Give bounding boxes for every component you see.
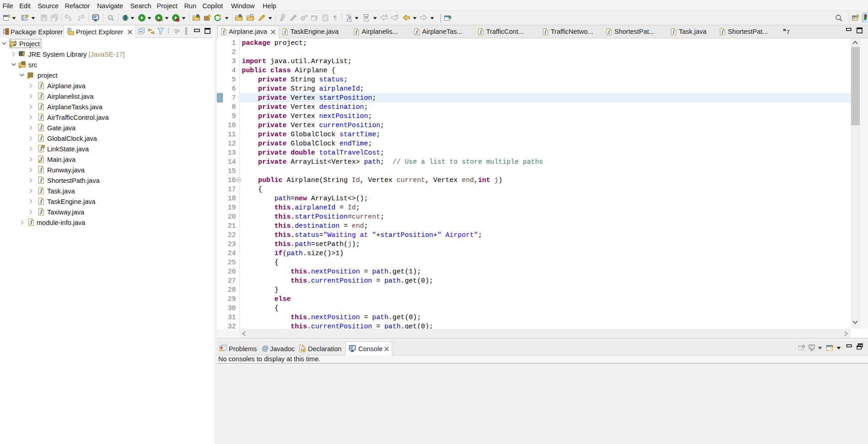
svg-text:J: J bbox=[39, 136, 42, 141]
svg-text:J: J bbox=[39, 209, 42, 215]
svg-text:J: J bbox=[39, 125, 42, 131]
svg-text:J: J bbox=[39, 167, 42, 173]
svg-text:J: J bbox=[39, 83, 42, 89]
svg-text:@: @ bbox=[262, 345, 269, 352]
svg-text:J: J bbox=[608, 30, 610, 35]
svg-text:J: J bbox=[544, 30, 546, 35]
svg-text:J: J bbox=[284, 30, 286, 35]
svg-text:J: J bbox=[222, 30, 225, 35]
svg-text:J: J bbox=[29, 220, 32, 225]
svg-text:¶: ¶ bbox=[334, 15, 337, 21]
svg-text:J: J bbox=[39, 94, 42, 99]
svg-text:J: J bbox=[39, 115, 42, 120]
svg-text:J: J bbox=[39, 178, 42, 183]
svg-text:J: J bbox=[415, 30, 418, 35]
svg-text:{..}: {..} bbox=[300, 346, 306, 350]
svg-text:J: J bbox=[672, 30, 674, 35]
svg-text:J: J bbox=[480, 30, 482, 35]
svg-text:J: J bbox=[39, 104, 42, 110]
svg-text:J: J bbox=[39, 199, 42, 204]
svg-text:J: J bbox=[721, 30, 723, 35]
svg-text:J: J bbox=[39, 188, 42, 194]
svg-text:J: J bbox=[355, 30, 357, 35]
